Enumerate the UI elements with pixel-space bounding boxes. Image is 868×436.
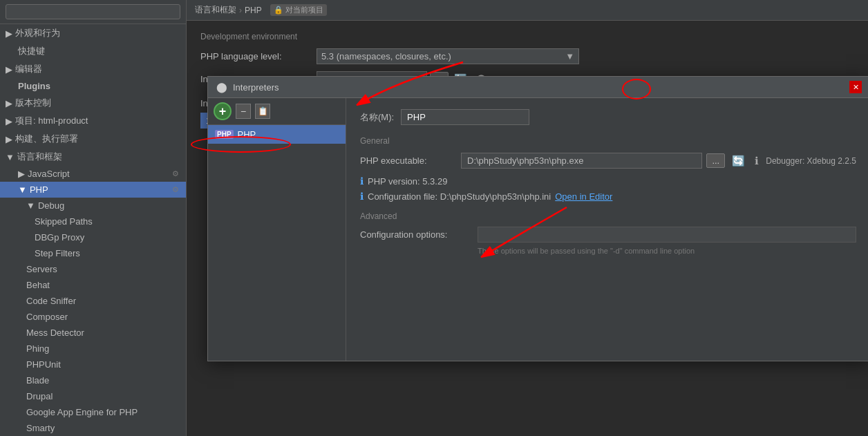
exe-info-button[interactable]: ℹ: [752, 153, 762, 169]
arrow-icon-vcs: ▶: [6, 98, 12, 108]
sidebar-label-debug: Debug: [38, 200, 64, 211]
sidebar-label-blade: Blade: [26, 375, 49, 386]
sidebar-item-plugins[interactable]: Plugins: [0, 78, 186, 94]
exe-input[interactable]: [461, 153, 702, 169]
breadcrumb-lang: 语言和框架: [195, 4, 236, 16]
sidebar-item-drupal[interactable]: Drupal: [0, 388, 186, 404]
sidebar-search-container: [0, 0, 186, 24]
sidebar-item-dbgp-proxy[interactable]: DBGp Proxy: [0, 229, 186, 245]
sidebar-item-blade[interactable]: Blade: [0, 372, 186, 388]
interpreters-dialog: ⬤ Interpreters ✕ + − 📋 PHP PHP 名称(M): [207, 76, 868, 361]
interpreter-list-label: PHP: [238, 129, 256, 140]
sidebar-label-behat: Behat: [26, 280, 50, 290]
php-level-label: PHP language level:: [200, 51, 311, 61]
add-interpreter-button[interactable]: +: [214, 102, 232, 120]
config-options-label: Configuration options:: [360, 229, 471, 240]
sidebar-item-smarty[interactable]: Smarty: [0, 420, 186, 436]
dialog-title: Interpreters: [233, 82, 279, 93]
breadcrumb-php: PHP: [245, 6, 262, 15]
copy-interpreter-button[interactable]: 📋: [255, 104, 270, 119]
sidebar-search-input[interactable]: [6, 4, 180, 19]
sidebar-item-lang[interactable]: ▼ 语言和框架: [0, 148, 186, 166]
sidebar-item-phing[interactable]: Phing: [0, 341, 186, 357]
config-options-row: Configuration options:: [360, 227, 856, 243]
dialog-titlebar: ⬤ Interpreters ✕: [208, 77, 868, 98]
arrow-icon-debug: ▼: [26, 200, 35, 211]
info-icon-config: ℹ: [360, 191, 364, 202]
sidebar-label-drupal: Drupal: [26, 391, 53, 401]
sidebar-label-php: PHP: [30, 184, 48, 195]
php-icon: PHP: [215, 130, 234, 139]
sidebar-label-phing: Phing: [26, 343, 49, 354]
sidebar-item-vcs[interactable]: ▶ 版本控制: [0, 94, 186, 112]
dev-env-title: Development environment: [200, 32, 854, 41]
php-end-icon: ⚙: [172, 185, 179, 194]
sidebar-item-project[interactable]: ▶ 项目: html-product: [0, 112, 186, 130]
advanced-title: Advanced: [360, 211, 856, 221]
sidebar-item-google-app[interactable]: Google App Engine for PHP: [0, 404, 186, 420]
sidebar-item-composer[interactable]: Composer: [0, 309, 186, 325]
sidebar-label-phpunit: PHPUnit: [26, 359, 61, 370]
general-section-title: General: [360, 136, 856, 146]
dialog-left-panel: + − 📋 PHP PHP: [208, 98, 346, 361]
name-field-label: 名称(M):: [360, 111, 394, 124]
sidebar-item-shortcuts[interactable]: 快捷键: [0, 42, 186, 60]
sidebar-label-lang: 语言和框架: [17, 151, 62, 163]
dialog-toolbar: + − 📋: [208, 98, 346, 125]
dialog-body: + − 📋 PHP PHP 名称(M): General PHP executa…: [208, 98, 868, 361]
dialog-icon: ⬤: [216, 82, 227, 93]
php-level-arrow-icon: ▼: [565, 51, 574, 61]
advanced-section: Advanced Configuration options: These op…: [360, 211, 856, 255]
remove-interpreter-button[interactable]: −: [236, 104, 251, 119]
sidebar-item-step-filters[interactable]: Step Filters: [0, 245, 186, 261]
php-level-value: 5.3 (namespaces, closures, etc.): [321, 51, 451, 61]
arrow-icon-php: ▼: [18, 184, 27, 195]
main-content: 语言和框架 › PHP 🔒 对当前项目 Development environm…: [187, 0, 868, 436]
php-level-select[interactable]: 5.3 (namespaces, closures, etc.) ▼: [317, 48, 579, 64]
sidebar-item-mess-detector[interactable]: Mess Detector: [0, 325, 186, 341]
config-hint-text: These options will be passed using the "…: [360, 247, 856, 255]
config-file-text: Configuration file: D:\phpStudy\php53n\p…: [368, 191, 551, 202]
interpreter-list-item-php[interactable]: PHP PHP: [208, 125, 346, 144]
php-version-row: ℹ PHP version: 5.3.29: [360, 176, 856, 187]
arrow-icon-lang: ▼: [6, 152, 15, 162]
sidebar-item-editor[interactable]: ▶ 编辑器: [0, 60, 186, 78]
sidebar-label-plugins: Plugins: [18, 81, 50, 91]
sidebar-item-php[interactable]: ▼ PHP ⚙: [0, 182, 186, 198]
exe-label: PHP executable:: [360, 155, 457, 166]
arrow-icon-editor: ▶: [6, 64, 12, 75]
sidebar-label-js: JavaScript: [28, 169, 70, 179]
exe-dots-button[interactable]: ...: [706, 153, 725, 168]
breadcrumb-badge: 🔒 对当前项目: [270, 4, 327, 16]
sidebar-label-code-sniffer: Code Sniffer: [26, 296, 76, 306]
sidebar-item-skipped-paths[interactable]: Skipped Paths: [0, 214, 186, 229]
sidebar: ▶ 外观和行为 快捷键 ▶ 编辑器 Plugins ▶ 版本控制 ▶ 项目: h…: [0, 0, 187, 436]
config-options-input[interactable]: [478, 227, 856, 243]
sidebar-item-behat[interactable]: Behat: [0, 277, 186, 293]
debugger-info: Debugger: Xdebug 2.2.5: [766, 156, 856, 166]
arrow-icon: ▶: [6, 28, 12, 39]
name-row: 名称(M):: [360, 109, 856, 125]
sidebar-label-shortcuts: 快捷键: [18, 45, 45, 57]
open-in-editor-link[interactable]: Open in Editor: [555, 191, 612, 202]
sidebar-item-debug[interactable]: ▼ Debug: [0, 198, 186, 214]
info-icon-version: ℹ: [360, 176, 364, 187]
dialog-close-button[interactable]: ✕: [849, 81, 862, 93]
sidebar-item-servers[interactable]: Servers: [0, 261, 186, 277]
sidebar-label-google-app: Google App Engine for PHP: [26, 407, 138, 417]
sidebar-label-editor: 编辑器: [15, 63, 42, 75]
arrow-icon-build: ▶: [6, 134, 12, 144]
sidebar-label-vcs: 版本控制: [15, 97, 51, 109]
sidebar-item-phpunit[interactable]: PHPUnit: [0, 357, 186, 372]
php-version-text: PHP version: 5.3.29: [368, 176, 447, 187]
sidebar-item-javascript[interactable]: ▶ JavaScript ⚙: [0, 166, 186, 182]
sidebar-item-code-sniffer[interactable]: Code Sniffer: [0, 293, 186, 309]
name-field-input[interactable]: [401, 109, 529, 125]
breadcrumb-sep: ›: [239, 6, 242, 15]
config-file-row: ℹ Configuration file: D:\phpStudy\php53n…: [360, 191, 856, 202]
sidebar-item-build[interactable]: ▶ 构建、执行部署: [0, 130, 186, 148]
exe-refresh-button[interactable]: 🔄: [729, 153, 748, 169]
exe-row: PHP executable: ... 🔄 ℹ Debugger: Xdebug…: [360, 153, 856, 169]
sidebar-label-smarty: Smarty: [26, 423, 55, 433]
sidebar-item-appearance[interactable]: ▶ 外观和行为: [0, 24, 186, 42]
